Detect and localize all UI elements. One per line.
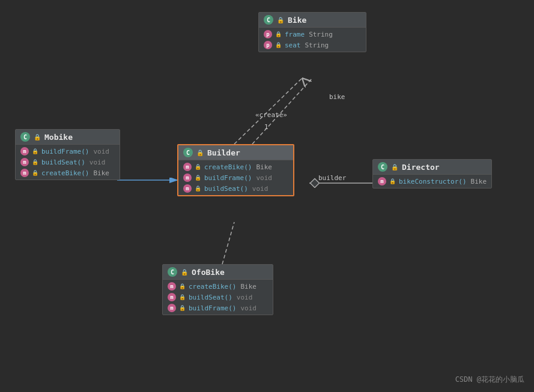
builder-class-body: m 🔒 createBike() Bike m 🔒 buildFrame() v… [178,160,293,195]
builder-class-header: C 🔒 Builder [178,145,293,160]
bike-seat-name: seat [285,41,301,49]
builder-buildSeat-type: void [252,185,269,193]
bike-class: C 🔒 Bike p 🔒 frame String p 🔒 seat Strin… [258,12,366,52]
bike-member-seat: p 🔒 seat String [259,40,366,50]
ofobike-createBike-icon: m [168,282,176,291]
director-bikeConstructor-lock: 🔒 [389,178,396,184]
mobike-lock-icon: 🔒 [34,134,41,140]
ofobike-class: C 🔒 OfoBike m 🔒 createBike() Bike m 🔒 bu… [162,264,273,315]
builder-createBike-lock: 🔒 [195,164,201,170]
ofobike-createBike-lock: 🔒 [179,283,186,289]
stereotype-label: «create» [255,111,287,119]
mobike-class: C 🔒 Mobike m 🔒 buildFrame() void m 🔒 bui… [15,129,120,180]
director-class: C 🔒 Director m 🔒 bikeConstructor() Bike [372,159,492,188]
builder-class: C 🔒 Builder m 🔒 createBike() Bike m 🔒 bu… [177,144,294,196]
ofobike-buildSeat-lock: 🔒 [179,294,186,300]
builder-createBike-icon: m [183,163,192,171]
mobike-member-createBike: m 🔒 createBike() Bike [16,167,120,178]
director-bikeConstructor-name: bikeConstructor() [399,178,467,185]
bike-lock-icon: 🔒 [277,17,284,23]
ofobike-buildSeat-type: void [237,294,253,301]
ofobike-lock-icon: 🔒 [181,269,188,276]
ofobike-buildFrame-type: void [240,304,256,312]
svg-line-4 [222,222,234,264]
bike-frame-name: frame [285,31,305,38]
ofobike-class-name: OfoBike [192,268,225,277]
bike-seat-icon: p [264,41,272,49]
bike-frame-type: String [309,31,333,38]
ofobike-member-buildSeat: m 🔒 buildSeat() void [163,292,273,303]
builder-buildSeat-icon: m [183,184,192,193]
mobike-buildSeat-lock: 🔒 [32,159,38,165]
builder-createBike-type: Bike [256,163,272,171]
builder-member-createBike: m 🔒 createBike() Bike [178,161,293,172]
mobike-createBike-name: createBike() [41,169,89,177]
builder-label: builder [318,174,346,182]
ofobike-buildFrame-name: buildFrame() [189,304,236,312]
mobike-member-buildFrame: m 🔒 buildFrame() void [16,146,120,157]
builder-member-buildSeat: m 🔒 buildSeat() void [178,183,293,194]
mobike-class-header: C 🔒 Mobike [16,130,120,145]
ofobike-member-createBike: m 🔒 createBike() Bike [163,281,273,292]
bike-frame-lock: 🔒 [275,31,282,37]
builder-buildFrame-icon: m [183,173,192,182]
mobike-member-buildSeat: m 🔒 buildSeat() void [16,157,120,167]
builder-buildFrame-type: void [256,174,272,182]
director-bikeConstructor-type: Bike [471,178,487,185]
bike-class-name: Bike [288,16,306,25]
director-class-header: C 🔒 Director [373,160,491,175]
director-class-name: Director [402,163,440,172]
builder-buildFrame-lock: 🔒 [195,175,201,181]
builder-buildSeat-name: buildSeat() [204,185,248,193]
mobike-buildFrame-name: buildFrame() [41,148,89,155]
ofobike-createBike-name: createBike() [189,283,236,291]
mobike-createBike-icon: m [20,169,29,177]
bike-member-frame: p 🔒 frame String [259,29,366,40]
multiplicity-label: 1 [264,123,269,131]
director-lock-icon: 🔒 [391,164,398,170]
ofobike-class-icon: C [168,267,177,277]
mobike-buildSeat-type: void [90,158,106,166]
mobike-buildFrame-icon: m [20,147,29,155]
mobike-buildFrame-lock: 🔒 [32,148,38,154]
bike-class-icon: C [264,15,273,25]
director-class-body: m 🔒 bikeConstructor() Bike [373,175,491,188]
builder-createBike-name: createBike() [204,163,252,171]
mobike-buildSeat-icon: m [20,158,29,166]
director-bikeConstructor-icon: m [378,177,386,185]
bike-seat-lock: 🔒 [275,42,282,48]
ofobike-createBike-type: Bike [240,283,256,291]
ofobike-buildSeat-name: buildSeat() [189,294,232,301]
builder-class-icon: C [183,148,193,157]
mobike-createBike-lock: 🔒 [32,170,38,176]
builder-member-buildFrame: m 🔒 buildFrame() void [178,172,293,183]
bike-frame-icon: p [264,30,272,38]
mobike-buildSeat-name: buildSeat() [41,158,85,166]
mobike-class-name: Mobike [44,133,73,142]
bike-class-body: p 🔒 frame String p 🔒 seat String [259,28,366,52]
ofobike-buildSeat-icon: m [168,293,176,301]
ofobike-buildFrame-lock: 🔒 [179,305,186,311]
ofobike-member-buildFrame: m 🔒 buildFrame() void [163,303,273,313]
mobike-class-icon: C [20,132,30,142]
bike-label: bike [329,93,345,101]
mobike-buildFrame-type: void [93,148,109,155]
bike-seat-type: String [305,41,329,49]
builder-buildFrame-name: buildFrame() [204,174,252,182]
builder-buildSeat-lock: 🔒 [195,185,201,191]
ofobike-buildFrame-icon: m [168,304,176,312]
builder-class-name: Builder [207,148,240,157]
director-member-bikeConstructor: m 🔒 bikeConstructor() Bike [373,176,491,187]
uml-diagram: «create» bike 1 builder C 🔒 Bike p 🔒 fra… [0,0,534,392]
mobike-class-body: m 🔒 buildFrame() void m 🔒 buildSeat() vo… [16,145,120,179]
builder-lock-icon: 🔒 [196,149,204,156]
ofobike-class-body: m 🔒 createBike() Bike m 🔒 buildSeat() vo… [163,280,273,315]
watermark: CSDN @花花的小脑瓜 [455,375,524,385]
bike-class-header: C 🔒 Bike [259,13,366,28]
ofobike-class-header: C 🔒 OfoBike [163,265,273,280]
mobike-createBike-type: Bike [93,169,109,177]
director-class-icon: C [378,162,387,172]
